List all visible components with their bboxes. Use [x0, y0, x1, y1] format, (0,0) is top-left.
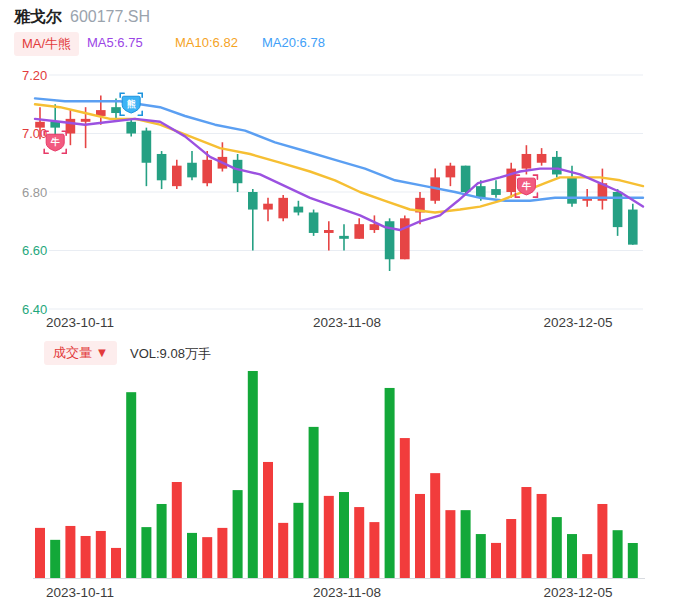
stock-chart-app: 雅戈尔600177.SH MA/牛熊 MA5:6.75 MA10:6.82 MA…	[0, 0, 686, 606]
volume-bar	[278, 523, 288, 578]
candlestick	[354, 224, 364, 239]
volume-bar	[50, 540, 60, 578]
ma5-legend-label: MA5:6.75	[87, 35, 143, 50]
y-axis-label: 6.60	[22, 243, 47, 258]
bull-marker-icon[interactable]: 牛	[44, 131, 66, 153]
volume-bar	[202, 537, 212, 578]
candlestick	[537, 154, 547, 163]
volume-bar	[491, 543, 501, 578]
volume-bar	[65, 526, 75, 578]
candlestick	[522, 154, 532, 169]
volume-bar	[445, 510, 455, 578]
candlestick	[35, 122, 45, 128]
candlestick	[339, 236, 349, 239]
candlestick	[142, 131, 152, 163]
x-axis-date-label: 2023-12-05	[543, 585, 612, 600]
x-axis-date-label: 2023-10-11	[46, 315, 114, 330]
x-axis-date-label: 2023-12-05	[543, 315, 612, 330]
volume-bar	[537, 494, 547, 578]
candlestick	[628, 210, 638, 245]
ma-bullbear-toggle-button[interactable]: MA/牛熊	[14, 32, 79, 56]
candlestick	[202, 160, 212, 183]
volume-bar	[157, 504, 167, 578]
volume-bar	[187, 533, 197, 578]
volume-bar	[476, 534, 486, 578]
x-axis-date-label: 2023-10-11	[46, 585, 114, 600]
candlestick	[187, 163, 197, 178]
volume-bar	[506, 519, 516, 578]
volume-dropdown-button[interactable]: 成交量 ▼	[44, 341, 117, 365]
y-axis-label: 6.80	[22, 185, 47, 200]
candlestick	[491, 189, 501, 195]
volume-bar	[628, 543, 638, 578]
candlestick	[324, 230, 334, 233]
candlestick	[248, 192, 258, 210]
candlestick	[111, 107, 121, 113]
candlestick	[294, 207, 304, 213]
volume-bar	[339, 492, 349, 578]
volume-bar	[613, 530, 623, 578]
ma5-line	[35, 119, 643, 230]
volume-bar	[309, 427, 319, 578]
volume-bar	[111, 548, 121, 578]
volume-header: 成交量 ▼ VOL:9.08万手	[0, 341, 686, 363]
volume-bar	[217, 528, 227, 578]
volume-bar	[293, 503, 303, 578]
ma-legend: MA/牛熊 MA5:6.75 MA10:6.82 MA20:6.78	[0, 32, 686, 54]
volume-bar	[430, 473, 440, 578]
candlestick	[233, 160, 243, 183]
volume-bar	[233, 490, 243, 578]
volume-bar	[567, 534, 577, 578]
svg-text:牛: 牛	[50, 137, 60, 147]
candlestick	[126, 122, 136, 134]
x-axis-date-label: 2023-11-08	[313, 315, 381, 330]
y-axis-label: 7.20	[22, 68, 47, 83]
volume-bar	[263, 462, 273, 578]
candlestick	[263, 204, 273, 210]
volume-bar	[354, 507, 364, 578]
volume-bar	[81, 536, 91, 578]
candlestick-and-volume-chart[interactable]: 7.207.006.806.606.40牛熊牛2023-10-112023-11…	[0, 0, 686, 606]
svg-text:熊: 熊	[127, 99, 136, 109]
candlestick	[461, 166, 471, 192]
y-axis-label: 6.40	[22, 302, 47, 317]
volume-bar	[126, 392, 136, 578]
candlestick	[309, 212, 319, 232]
volume-bar	[385, 388, 395, 578]
volume-bar	[141, 527, 151, 578]
volume-bar	[324, 496, 334, 578]
volume-bar	[172, 482, 182, 578]
volume-bar	[461, 510, 471, 578]
volume-bar	[248, 371, 258, 578]
volume-bar	[521, 487, 531, 578]
stock-name: 雅戈尔	[14, 8, 62, 25]
candlestick	[370, 224, 380, 230]
bear-marker-icon[interactable]: 熊	[120, 93, 142, 115]
title-row: 雅戈尔600177.SH	[14, 6, 150, 28]
candlestick	[66, 119, 76, 134]
volume-value-label: VOL:9.08万手	[130, 345, 211, 363]
candlestick	[400, 218, 410, 259]
volume-bar	[415, 494, 425, 578]
svg-text:牛: 牛	[521, 181, 531, 191]
volume-bar	[400, 438, 410, 578]
ma20-line	[35, 98, 643, 200]
candlestick	[552, 157, 562, 175]
stock-code: 600177.SH	[70, 8, 150, 25]
candlestick	[567, 177, 577, 203]
x-axis-date-label: 2023-11-08	[313, 585, 381, 600]
candlestick	[172, 166, 182, 186]
volume-bar	[552, 517, 562, 578]
candlestick	[81, 119, 91, 122]
volume-bar	[597, 504, 607, 578]
volume-bar	[582, 554, 592, 578]
volume-bar	[96, 531, 106, 578]
volume-bar	[369, 522, 379, 578]
candlestick	[446, 166, 456, 178]
candlestick	[278, 198, 288, 218]
ma20-legend-label: MA20:6.78	[262, 35, 325, 50]
volume-bar	[35, 528, 45, 578]
candlestick	[157, 154, 167, 180]
ma10-legend-label: MA10:6.82	[175, 35, 238, 50]
